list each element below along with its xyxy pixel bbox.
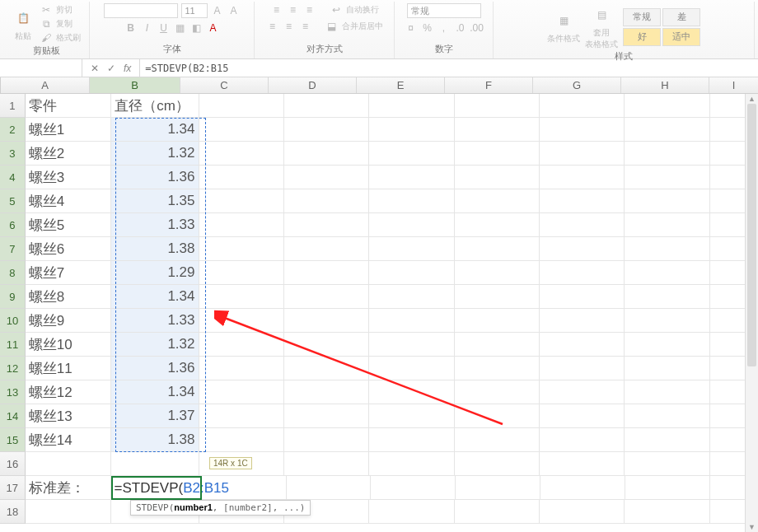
row-header-8[interactable]: 8 [0,261,26,285]
cell-B12[interactable]: 1.36 [111,357,199,380]
cell-F16[interactable] [455,452,540,476]
cell-G2[interactable] [540,118,625,142]
cell-B16[interactable] [111,452,199,476]
cell-A3[interactable]: 螺丝2 [26,142,111,166]
cell-E3[interactable] [369,142,454,166]
cell-B7[interactable]: 1.38 [111,237,199,261]
cell-D9[interactable] [284,285,369,309]
row-header-17[interactable]: 17 [0,476,26,500]
style-neutral[interactable]: 适中 [662,28,700,46]
cell-F10[interactable] [455,309,540,333]
cell-A17[interactable]: 标准差： [26,476,111,500]
dec-decimal-icon[interactable]: .00 [470,21,484,35]
cell-A4[interactable]: 螺丝3 [26,166,111,189]
cell-C2[interactable] [199,118,284,142]
cell-G11[interactable] [540,333,625,357]
cell-F17[interactable] [456,476,540,500]
cell-C5[interactable] [199,189,284,213]
cell-F11[interactable] [455,333,540,357]
cond-format-label[interactable]: 条件格式 [547,33,580,44]
cell-F12[interactable] [455,357,540,380]
cell-A15[interactable]: 螺丝14 [26,428,111,452]
cell-G14[interactable] [540,404,625,428]
cell-D1[interactable] [284,94,369,118]
cell-G13[interactable] [540,380,625,404]
row-header-3[interactable]: 3 [0,142,26,166]
cell-E12[interactable] [369,357,454,380]
cell-A14[interactable]: 螺丝13 [26,404,111,428]
cell-C15[interactable] [199,428,284,452]
cell-C6[interactable] [199,213,284,237]
cell-G10[interactable] [540,309,625,333]
cell-B8[interactable]: 1.29 [111,261,199,285]
format-painter-button[interactable]: 🖌格式刷 [40,31,81,44]
cell-E2[interactable] [369,118,454,142]
cell-F9[interactable] [455,285,540,309]
row-header-1[interactable]: 1 [0,94,26,118]
cell-C12[interactable] [199,357,284,380]
cell-C9[interactable] [199,285,284,309]
merge-label[interactable]: 合并后居中 [342,21,383,32]
cell-F13[interactable] [455,380,540,404]
cell-B1[interactable]: 直径（cm） [111,94,199,118]
cell-E4[interactable] [369,166,454,189]
cell-A12[interactable]: 螺丝11 [26,357,111,380]
row-header-9[interactable]: 9 [0,285,26,309]
cell-G18[interactable] [540,500,625,524]
cell-A6[interactable]: 螺丝5 [26,213,111,237]
cell-D11[interactable] [284,333,369,357]
cell-F1[interactable] [455,94,540,118]
wrap-icon[interactable]: ↩ [330,3,343,16]
cell-C11[interactable] [199,333,284,357]
cell-B9[interactable]: 1.34 [111,285,199,309]
cell-G17[interactable] [540,476,625,500]
col-header-I[interactable]: I [709,77,758,93]
paste-icon[interactable]: 📋 [12,7,35,30]
cell-E11[interactable] [369,333,454,357]
name-box[interactable] [0,59,82,77]
cell-F18[interactable] [455,500,540,524]
cell-H13[interactable] [625,380,709,404]
decrease-font-icon[interactable]: A [227,4,241,17]
cell-G8[interactable] [540,261,625,285]
cell-C1[interactable] [199,94,284,118]
cell-G16[interactable] [540,452,625,476]
cell-A5[interactable]: 螺丝4 [26,189,111,213]
cell-G3[interactable] [540,142,625,166]
align-center-icon[interactable]: ≡ [283,20,296,33]
cell-B17[interactable]: =STDEVP(B2:B15 [111,476,202,500]
style-good[interactable]: 好 [623,28,661,46]
cell-G7[interactable] [540,237,625,261]
cell-F6[interactable] [455,213,540,237]
cell-H12[interactable] [625,357,709,380]
inc-decimal-icon[interactable]: .0 [454,21,467,35]
row-header-16[interactable]: 16 [0,452,26,476]
cell-D10[interactable] [284,309,369,333]
currency-icon[interactable]: ¤ [405,21,418,35]
font-family-select[interactable] [104,3,178,18]
cell-G4[interactable] [540,166,625,189]
cell-A10[interactable]: 螺丝9 [26,309,111,333]
cell-E1[interactable] [369,94,454,118]
cell-H8[interactable] [625,261,709,285]
cell-E6[interactable] [369,213,454,237]
cancel-formula-icon[interactable]: ✕ [91,63,99,74]
cell-H2[interactable] [625,118,709,142]
bold-button[interactable]: B [124,21,138,35]
col-header-H[interactable]: H [621,77,709,93]
row-header-7[interactable]: 7 [0,237,26,261]
cell-E15[interactable] [369,428,454,452]
col-header-F[interactable]: F [445,77,533,93]
col-header-D[interactable]: D [269,77,357,93]
cell-A11[interactable]: 螺丝10 [26,333,111,357]
cell-F4[interactable] [455,166,540,189]
row-header-10[interactable]: 10 [0,309,26,333]
cell-H10[interactable] [625,309,709,333]
cell-H3[interactable] [625,142,709,166]
align-top-icon[interactable]: ≡ [270,3,283,16]
cell-E13[interactable] [369,380,454,404]
row-header-15[interactable]: 15 [0,428,26,452]
cell-D5[interactable] [284,189,369,213]
cell-F8[interactable] [455,261,540,285]
row-header-4[interactable]: 4 [0,166,26,189]
